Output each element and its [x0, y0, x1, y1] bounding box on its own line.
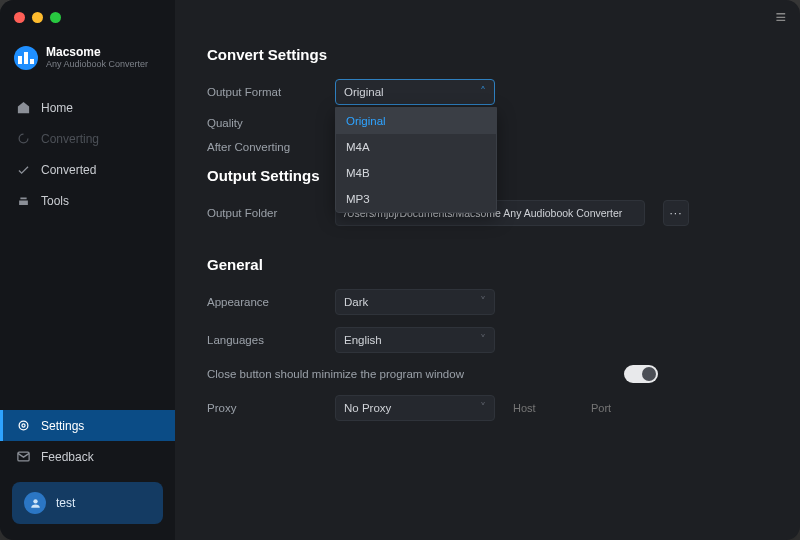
languages-select[interactable]: English ˅: [335, 327, 495, 353]
format-option-mp3[interactable]: MP3: [336, 186, 496, 212]
output-format-label: Output Format: [207, 86, 317, 98]
section-title-convert: Convert Settings: [207, 46, 768, 63]
proxy-value: No Proxy: [344, 402, 391, 414]
output-format-value: Original: [344, 86, 384, 98]
chevron-down-icon: ˅: [480, 401, 486, 415]
proxy-select[interactable]: No Proxy ˅: [335, 395, 495, 421]
chevron-down-icon: ˅: [480, 295, 486, 309]
proxy-port-input[interactable]: [591, 395, 651, 421]
sidebar-item-label: Tools: [41, 194, 69, 208]
proxy-label: Proxy: [207, 402, 317, 414]
sidebar-item-converted[interactable]: Converted: [0, 154, 175, 185]
browse-folder-button[interactable]: ···: [663, 200, 689, 226]
sidebar-item-converting[interactable]: Converting: [0, 123, 175, 154]
brand-subtitle: Any Audiobook Converter: [46, 60, 148, 70]
converted-icon: [16, 162, 31, 177]
sidebar-item-label: Settings: [41, 419, 84, 433]
chevron-down-icon: ˅: [480, 333, 486, 347]
sidebar-item-label: Converted: [41, 163, 96, 177]
brand-logo-icon: [14, 46, 38, 70]
format-option-m4b[interactable]: M4B: [336, 160, 496, 186]
chevron-up-icon: ˄: [480, 85, 486, 99]
sidebar: Macsome Any Audiobook Converter Home Con…: [0, 0, 175, 540]
sidebar-item-label: Home: [41, 101, 73, 115]
svg-point-3: [33, 499, 37, 503]
appearance-value: Dark: [344, 296, 368, 308]
user-avatar-icon: [24, 492, 46, 514]
brand: Macsome Any Audiobook Converter: [0, 46, 175, 88]
sidebar-item-label: Converting: [41, 132, 99, 146]
sidebar-item-feedback[interactable]: Feedback: [0, 441, 175, 472]
proxy-host-input[interactable]: [513, 395, 573, 421]
nav: Home Converting Converted Tools: [0, 92, 175, 216]
appearance-select[interactable]: Dark ˅: [335, 289, 495, 315]
minimize-toggle-label: Close button should minimize the program…: [207, 368, 464, 380]
user-name: test: [56, 496, 75, 510]
app-window: ≡ Macsome Any Audiobook Converter Home C…: [0, 0, 800, 540]
output-format-select[interactable]: Original ˄ Original M4A M4B MP3: [335, 79, 495, 105]
languages-label: Languages: [207, 334, 317, 346]
sidebar-item-label: Feedback: [41, 450, 94, 464]
settings-icon: [16, 418, 31, 433]
sidebar-item-tools[interactable]: Tools: [0, 185, 175, 216]
converting-icon: [16, 131, 31, 146]
user-account-button[interactable]: test: [12, 482, 163, 524]
zoom-window-button[interactable]: [50, 12, 61, 23]
sidebar-item-settings[interactable]: Settings: [0, 410, 175, 441]
quality-label: Quality: [207, 117, 317, 129]
tools-icon: [16, 193, 31, 208]
titlebar: ≡: [0, 0, 800, 34]
svg-point-1: [22, 424, 25, 427]
menu-icon[interactable]: ≡: [775, 7, 786, 28]
output-folder-label: Output Folder: [207, 207, 317, 219]
window-controls: [14, 12, 61, 23]
close-window-button[interactable]: [14, 12, 25, 23]
format-option-original[interactable]: Original: [336, 108, 496, 134]
main-content: Convert Settings Output Format Original …: [175, 0, 800, 540]
section-title-general: General: [207, 256, 768, 273]
after-converting-label: After Converting: [207, 141, 317, 153]
minimize-window-button[interactable]: [32, 12, 43, 23]
brand-name: Macsome: [46, 46, 148, 59]
home-icon: [16, 100, 31, 115]
minimize-toggle[interactable]: [624, 365, 658, 383]
languages-value: English: [344, 334, 382, 346]
feedback-icon: [16, 449, 31, 464]
svg-point-0: [19, 421, 28, 430]
sidebar-item-home[interactable]: Home: [0, 92, 175, 123]
format-option-m4a[interactable]: M4A: [336, 134, 496, 160]
output-format-dropdown: Original M4A M4B MP3: [335, 107, 497, 213]
appearance-label: Appearance: [207, 296, 317, 308]
